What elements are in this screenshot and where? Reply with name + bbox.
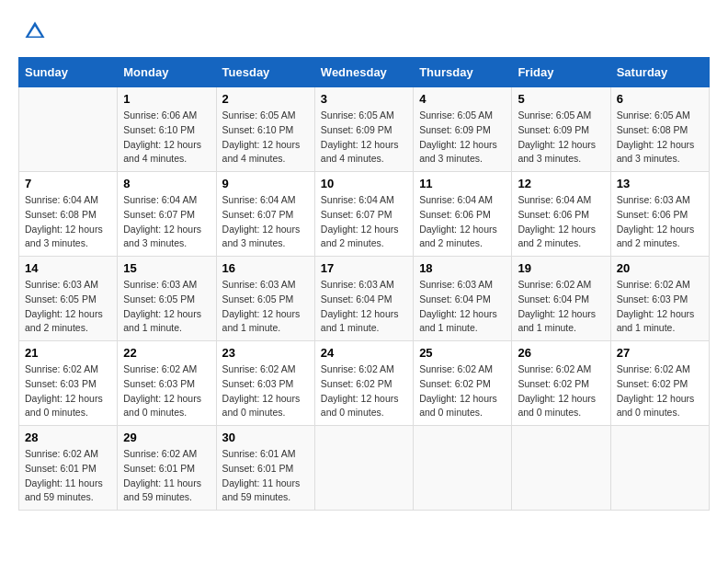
calendar-week-row: 1Sunrise: 6:06 AM Sunset: 6:10 PM Daylig… bbox=[19, 87, 710, 172]
day-number: 21 bbox=[25, 346, 111, 360]
day-info: Sunrise: 6:02 AM Sunset: 6:03 PM Dayligh… bbox=[617, 278, 703, 336]
day-info: Sunrise: 6:02 AM Sunset: 6:02 PM Dayligh… bbox=[419, 362, 506, 420]
calendar-cell bbox=[414, 426, 512, 511]
day-info: Sunrise: 6:06 AM Sunset: 6:10 PM Dayligh… bbox=[123, 109, 210, 167]
day-number: 6 bbox=[617, 92, 703, 106]
calendar-cell: 22Sunrise: 6:02 AM Sunset: 6:03 PM Dayli… bbox=[118, 341, 216, 426]
day-number: 15 bbox=[123, 261, 210, 275]
calendar-day-header: Wednesday bbox=[314, 58, 413, 87]
calendar-cell: 5Sunrise: 6:05 AM Sunset: 6:09 PM Daylig… bbox=[512, 87, 610, 172]
day-number: 2 bbox=[222, 92, 309, 106]
day-number: 11 bbox=[419, 177, 506, 190]
day-info: Sunrise: 6:04 AM Sunset: 6:07 PM Dayligh… bbox=[222, 193, 309, 251]
calendar-cell: 8Sunrise: 6:04 AM Sunset: 6:07 PM Daylig… bbox=[118, 172, 216, 257]
day-info: Sunrise: 6:04 AM Sunset: 6:06 PM Dayligh… bbox=[518, 193, 604, 251]
logo bbox=[18, 18, 50, 48]
day-info: Sunrise: 6:02 AM Sunset: 6:03 PM Dayligh… bbox=[222, 362, 309, 420]
day-number: 5 bbox=[518, 92, 604, 106]
calendar-cell: 2Sunrise: 6:05 AM Sunset: 6:10 PM Daylig… bbox=[216, 87, 314, 172]
day-number: 10 bbox=[321, 177, 407, 190]
calendar-cell: 26Sunrise: 6:02 AM Sunset: 6:02 PM Dayli… bbox=[512, 341, 610, 426]
day-number: 20 bbox=[617, 261, 703, 275]
calendar-cell: 11Sunrise: 6:04 AM Sunset: 6:06 PM Dayli… bbox=[414, 172, 512, 257]
calendar-cell: 28Sunrise: 6:02 AM Sunset: 6:01 PM Dayli… bbox=[19, 426, 118, 511]
day-info: Sunrise: 6:02 AM Sunset: 6:04 PM Dayligh… bbox=[518, 278, 604, 336]
day-number: 28 bbox=[25, 431, 111, 444]
day-number: 16 bbox=[222, 261, 309, 275]
day-number: 7 bbox=[25, 177, 111, 190]
day-number: 26 bbox=[518, 346, 604, 360]
calendar-header-row: SundayMondayTuesdayWednesdayThursdayFrid… bbox=[19, 58, 710, 87]
day-number: 14 bbox=[25, 261, 111, 275]
calendar-cell: 23Sunrise: 6:02 AM Sunset: 6:03 PM Dayli… bbox=[216, 341, 314, 426]
day-info: Sunrise: 6:05 AM Sunset: 6:08 PM Dayligh… bbox=[617, 109, 703, 167]
day-number: 24 bbox=[321, 346, 407, 360]
calendar-cell: 1Sunrise: 6:06 AM Sunset: 6:10 PM Daylig… bbox=[118, 87, 216, 172]
calendar-day-header: Saturday bbox=[610, 58, 709, 87]
day-info: Sunrise: 6:05 AM Sunset: 6:09 PM Dayligh… bbox=[321, 109, 407, 167]
day-info: Sunrise: 6:04 AM Sunset: 6:08 PM Dayligh… bbox=[25, 193, 111, 251]
calendar-week-row: 21Sunrise: 6:02 AM Sunset: 6:03 PM Dayli… bbox=[19, 341, 710, 426]
calendar-day-header: Thursday bbox=[414, 58, 512, 87]
calendar-week-row: 28Sunrise: 6:02 AM Sunset: 6:01 PM Dayli… bbox=[19, 426, 710, 511]
calendar-cell: 29Sunrise: 6:02 AM Sunset: 6:01 PM Dayli… bbox=[118, 426, 216, 511]
day-info: Sunrise: 6:02 AM Sunset: 6:02 PM Dayligh… bbox=[617, 362, 703, 420]
calendar-cell: 9Sunrise: 6:04 AM Sunset: 6:07 PM Daylig… bbox=[216, 172, 314, 257]
calendar-cell: 16Sunrise: 6:03 AM Sunset: 6:05 PM Dayli… bbox=[216, 257, 314, 341]
calendar-cell: 12Sunrise: 6:04 AM Sunset: 6:06 PM Dayli… bbox=[512, 172, 610, 257]
day-info: Sunrise: 6:02 AM Sunset: 6:01 PM Dayligh… bbox=[25, 447, 111, 505]
calendar-cell bbox=[19, 87, 118, 172]
calendar-cell: 6Sunrise: 6:05 AM Sunset: 6:08 PM Daylig… bbox=[610, 87, 709, 172]
day-info: Sunrise: 6:03 AM Sunset: 6:04 PM Dayligh… bbox=[321, 278, 407, 336]
calendar-cell: 15Sunrise: 6:03 AM Sunset: 6:05 PM Dayli… bbox=[118, 257, 216, 341]
day-number: 3 bbox=[321, 92, 407, 106]
day-info: Sunrise: 6:03 AM Sunset: 6:04 PM Dayligh… bbox=[419, 278, 506, 336]
calendar-cell: 19Sunrise: 6:02 AM Sunset: 6:04 PM Dayli… bbox=[512, 257, 610, 341]
calendar-table: SundayMondayTuesdayWednesdayThursdayFrid… bbox=[18, 57, 710, 511]
day-info: Sunrise: 6:03 AM Sunset: 6:05 PM Dayligh… bbox=[123, 278, 210, 336]
day-number: 8 bbox=[123, 177, 210, 190]
day-info: Sunrise: 6:04 AM Sunset: 6:07 PM Dayligh… bbox=[123, 193, 210, 251]
calendar-cell bbox=[512, 426, 610, 511]
page-header bbox=[18, 18, 710, 48]
day-info: Sunrise: 6:04 AM Sunset: 6:07 PM Dayligh… bbox=[321, 193, 407, 251]
calendar-cell: 21Sunrise: 6:02 AM Sunset: 6:03 PM Dayli… bbox=[19, 341, 118, 426]
day-info: Sunrise: 6:05 AM Sunset: 6:10 PM Dayligh… bbox=[222, 109, 309, 167]
day-info: Sunrise: 6:02 AM Sunset: 6:02 PM Dayligh… bbox=[518, 362, 604, 420]
calendar-cell: 3Sunrise: 6:05 AM Sunset: 6:09 PM Daylig… bbox=[314, 87, 413, 172]
day-info: Sunrise: 6:04 AM Sunset: 6:06 PM Dayligh… bbox=[419, 193, 506, 251]
day-info: Sunrise: 6:02 AM Sunset: 6:01 PM Dayligh… bbox=[123, 447, 210, 505]
day-number: 27 bbox=[617, 346, 703, 360]
calendar-cell: 10Sunrise: 6:04 AM Sunset: 6:07 PM Dayli… bbox=[314, 172, 413, 257]
calendar-cell: 4Sunrise: 6:05 AM Sunset: 6:09 PM Daylig… bbox=[414, 87, 512, 172]
calendar-week-row: 7Sunrise: 6:04 AM Sunset: 6:08 PM Daylig… bbox=[19, 172, 710, 257]
day-number: 29 bbox=[123, 431, 210, 444]
calendar-day-header: Monday bbox=[118, 58, 216, 87]
day-info: Sunrise: 6:05 AM Sunset: 6:09 PM Dayligh… bbox=[518, 109, 604, 167]
calendar-day-header: Tuesday bbox=[216, 58, 314, 87]
calendar-cell: 13Sunrise: 6:03 AM Sunset: 6:06 PM Dayli… bbox=[610, 172, 709, 257]
day-info: Sunrise: 6:02 AM Sunset: 6:03 PM Dayligh… bbox=[25, 362, 111, 420]
calendar-cell: 7Sunrise: 6:04 AM Sunset: 6:08 PM Daylig… bbox=[19, 172, 118, 257]
calendar-cell: 18Sunrise: 6:03 AM Sunset: 6:04 PM Dayli… bbox=[414, 257, 512, 341]
day-number: 9 bbox=[222, 177, 309, 190]
day-info: Sunrise: 6:03 AM Sunset: 6:06 PM Dayligh… bbox=[617, 193, 703, 251]
calendar-week-row: 14Sunrise: 6:03 AM Sunset: 6:05 PM Dayli… bbox=[19, 257, 710, 341]
day-info: Sunrise: 6:02 AM Sunset: 6:02 PM Dayligh… bbox=[321, 362, 407, 420]
day-number: 4 bbox=[419, 92, 506, 106]
day-number: 23 bbox=[222, 346, 309, 360]
calendar-cell bbox=[314, 426, 413, 511]
calendar-cell: 20Sunrise: 6:02 AM Sunset: 6:03 PM Dayli… bbox=[610, 257, 709, 341]
calendar-cell: 25Sunrise: 6:02 AM Sunset: 6:02 PM Dayli… bbox=[414, 341, 512, 426]
day-number: 25 bbox=[419, 346, 506, 360]
day-number: 22 bbox=[123, 346, 210, 360]
day-info: Sunrise: 6:01 AM Sunset: 6:01 PM Dayligh… bbox=[222, 447, 309, 505]
day-number: 13 bbox=[617, 177, 703, 190]
day-info: Sunrise: 6:03 AM Sunset: 6:05 PM Dayligh… bbox=[25, 278, 111, 336]
calendar-cell: 24Sunrise: 6:02 AM Sunset: 6:02 PM Dayli… bbox=[314, 341, 413, 426]
calendar-cell: 27Sunrise: 6:02 AM Sunset: 6:02 PM Dayli… bbox=[610, 341, 709, 426]
calendar-cell: 14Sunrise: 6:03 AM Sunset: 6:05 PM Dayli… bbox=[19, 257, 118, 341]
day-info: Sunrise: 6:03 AM Sunset: 6:05 PM Dayligh… bbox=[222, 278, 309, 336]
day-info: Sunrise: 6:02 AM Sunset: 6:03 PM Dayligh… bbox=[123, 362, 210, 420]
day-number: 12 bbox=[518, 177, 604, 190]
